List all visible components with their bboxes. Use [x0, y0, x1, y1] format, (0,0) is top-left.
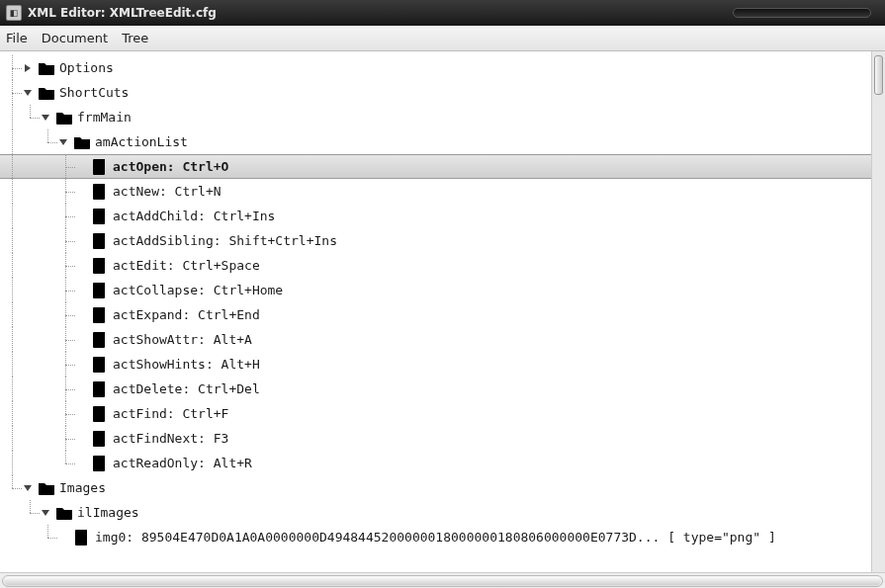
- node-action-9[interactable]: actDelete: Ctrl+Del: [4, 377, 871, 401]
- file-icon: [91, 430, 109, 448]
- tree-view: OptionsShortCutsfrmMainamActionListactOp…: [0, 51, 885, 572]
- file-icon: [91, 158, 109, 176]
- node-shortcuts[interactable]: ShortCuts: [4, 80, 871, 105]
- node-action-2[interactable]: actAddChild: Ctrl+Ins: [4, 204, 871, 228]
- expander-none: [75, 309, 87, 321]
- node-label: actReadOnly: Alt+R: [113, 456, 260, 470]
- node-label: actShowAttr: Alt+A: [113, 332, 260, 347]
- expander-none: [75, 383, 87, 395]
- folder-icon: [55, 109, 73, 126]
- expander-none: [75, 285, 87, 296]
- menubar: File Document Tree: [0, 26, 885, 51]
- expander-none: [75, 210, 87, 222]
- node-action-8[interactable]: actShowHints: Alt+H: [4, 352, 871, 377]
- expander-none: [75, 408, 87, 420]
- folder-icon: [73, 133, 91, 151]
- node-action-12[interactable]: actReadOnly: Alt+R: [4, 451, 871, 475]
- node-label: actFind: Ctrl+F: [113, 406, 236, 421]
- node-label: actCollapse: Ctrl+Home: [113, 283, 291, 297]
- expander-none: [75, 458, 87, 469]
- node-label: ilImages: [77, 505, 147, 520]
- expander-none: [57, 532, 69, 544]
- node-ilimages[interactable]: ilImages: [4, 500, 871, 525]
- file-icon: [91, 331, 109, 349]
- expander-none: [75, 334, 87, 346]
- file-icon: [91, 306, 109, 324]
- expander-none: [75, 161, 87, 173]
- node-action-10[interactable]: actFind: Ctrl+F: [4, 401, 871, 426]
- file-icon: [91, 455, 109, 472]
- file-icon: [91, 356, 109, 374]
- node-img0[interactable]: img0: 89504E470D0A1A0A0000000D4948445200…: [4, 525, 871, 549]
- collapse-icon[interactable]: [22, 87, 34, 99]
- file-icon: [73, 529, 91, 546]
- node-label: actNew: Ctrl+N: [113, 184, 229, 199]
- node-label: actExpand: Ctrl+End: [113, 307, 268, 322]
- folder-icon: [55, 504, 73, 522]
- node-action-11[interactable]: actFindNext: F3: [4, 426, 871, 451]
- collapse-icon[interactable]: [57, 136, 69, 148]
- window-title: XML Editor: XMLTreeEdit.cfg: [28, 6, 217, 20]
- node-label: actAddSibling: Shift+Ctrl+Ins: [113, 233, 345, 248]
- expander-none: [75, 359, 87, 371]
- file-icon: [91, 405, 109, 423]
- node-label: actDelete: Ctrl+Del: [113, 381, 268, 396]
- file-icon: [91, 282, 109, 299]
- app-icon: ◧: [6, 5, 22, 21]
- node-label: Images: [59, 480, 114, 495]
- horizontal-scrollbar[interactable]: [0, 572, 885, 588]
- expand-icon[interactable]: [22, 62, 34, 74]
- menu-tree[interactable]: Tree: [122, 31, 148, 45]
- node-label: actOpen: Ctrl+O: [113, 159, 236, 174]
- vertical-scrollbar[interactable]: [871, 51, 885, 572]
- file-icon: [91, 232, 109, 250]
- node-label: amActionList: [95, 134, 196, 149]
- expander-none: [75, 260, 87, 272]
- menu-document[interactable]: Document: [42, 31, 108, 45]
- node-label: actFindNext: F3: [113, 431, 236, 446]
- expander-none: [75, 433, 87, 445]
- scrollbar-thumb[interactable]: [874, 55, 883, 95]
- node-action-4[interactable]: actEdit: Ctrl+Space: [4, 253, 871, 278]
- node-amactionlist[interactable]: amActionList: [4, 129, 871, 154]
- collapse-icon[interactable]: [40, 112, 51, 124]
- node-label: img0: 89504E470D0A1A0A0000000D4948445200…: [95, 530, 784, 545]
- node-label: actShowHints: Alt+H: [113, 357, 268, 372]
- menu-file[interactable]: File: [6, 31, 28, 45]
- file-icon: [91, 257, 109, 275]
- node-action-5[interactable]: actCollapse: Ctrl+Home: [4, 278, 871, 302]
- folder-icon: [38, 479, 55, 497]
- node-action-7[interactable]: actShowAttr: Alt+A: [4, 327, 871, 352]
- node-options[interactable]: Options: [4, 55, 871, 80]
- node-label: actAddChild: Ctrl+Ins: [113, 209, 283, 223]
- node-action-3[interactable]: actAddSibling: Shift+Ctrl+Ins: [4, 228, 871, 253]
- file-icon: [91, 380, 109, 398]
- node-label: ShortCuts: [59, 85, 136, 100]
- h-scrollbar-thumb[interactable]: [5, 577, 880, 585]
- node-images[interactable]: Images: [4, 475, 871, 500]
- node-frmmain[interactable]: frmMain: [4, 105, 871, 129]
- node-label: Options: [59, 60, 122, 75]
- node-label: actEdit: Ctrl+Space: [113, 258, 268, 273]
- tree-scroll[interactable]: OptionsShortCutsfrmMainamActionListactOp…: [0, 51, 871, 572]
- node-action-6[interactable]: actExpand: Ctrl+End: [4, 302, 871, 327]
- node-label: frmMain: [77, 110, 139, 125]
- expander-none: [75, 186, 87, 198]
- node-action-0[interactable]: actOpen: Ctrl+O: [0, 154, 871, 179]
- expander-none: [75, 235, 87, 247]
- folder-icon: [38, 59, 55, 77]
- file-icon: [91, 183, 109, 201]
- window-titlebar: ◧ XML Editor: XMLTreeEdit.cfg: [0, 0, 885, 26]
- window-control-slider[interactable]: [733, 8, 871, 18]
- collapse-icon[interactable]: [40, 507, 51, 519]
- collapse-icon[interactable]: [22, 482, 34, 494]
- folder-icon: [38, 84, 55, 102]
- node-action-1[interactable]: actNew: Ctrl+N: [4, 179, 871, 204]
- file-icon: [91, 208, 109, 225]
